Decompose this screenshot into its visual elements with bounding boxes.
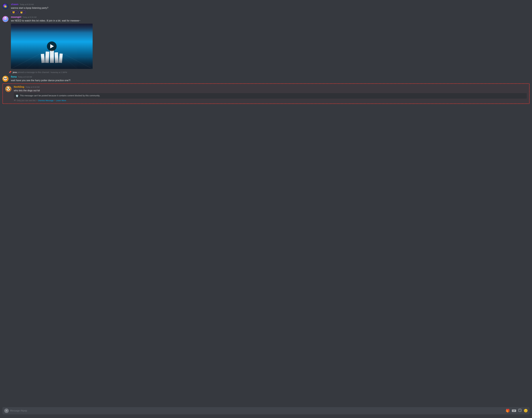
svg-rect-25 — [4, 78, 5, 79]
play-icon — [50, 44, 54, 48]
svg-point-23 — [4, 80, 5, 80]
svg-point-9 — [6, 18, 7, 19]
svg-rect-26 — [6, 78, 7, 79]
timestamp-shawn: Today at 9:18 AM — [20, 3, 34, 6]
reaction-count-cat: 3 — [15, 11, 16, 13]
emoji-icon[interactable]: 😊 — [524, 409, 528, 413]
username-moongirl[interactable]: moongirl — [11, 16, 21, 18]
reactions-shawn: 🐱 3 👑 3 — [11, 11, 530, 14]
message-text-moongirl: we NEED to watch this txt video. ill joi… — [11, 19, 530, 22]
reaction-cat[interactable]: 🐱 3 — [11, 11, 18, 14]
message-group-fiona: fiona Today at 9:18 AM wait have you see… — [0, 75, 532, 83]
message-group-notadog: NotADog Today at 9:18 AM who lets the do… — [2, 83, 530, 104]
blocked-icon: 🛡️ — [16, 94, 19, 97]
message-content-shawn: shawn Today at 9:18 AM wanna start a kpo… — [11, 3, 530, 14]
username-shawn[interactable]: shawn — [11, 3, 18, 6]
svg-line-13 — [26, 48, 52, 69]
learn-more-link[interactable]: Learn More — [56, 99, 66, 102]
gift-icon[interactable]: 🎁 — [506, 409, 510, 413]
message-text-fiona: wait have you see the harry potter dance… — [11, 79, 530, 82]
message-content-notadog: NotADog Today at 9:18 AM who lets the do… — [14, 86, 527, 102]
add-attachment-button[interactable]: + — [4, 408, 9, 413]
reaction-emoji-cat: 🐱 — [12, 11, 15, 13]
timestamp-notadog: Today at 9:18 AM — [25, 86, 39, 88]
svg-point-34 — [9, 88, 9, 89]
avatar-notadog — [5, 86, 11, 92]
dot-2: • — [54, 99, 55, 102]
avatar-moongirl — [2, 16, 9, 22]
message-group-shawn: 🌟 shawn Today at 9:18 AM wanna start a k… — [0, 2, 532, 14]
blocked-text: This message can't be posted because it … — [20, 94, 100, 97]
timestamp-moongirl: Today at 9:18 AM — [22, 16, 36, 18]
reaction-count-crown: 3 — [23, 11, 24, 13]
reaction-crown[interactable]: 👑 3 — [19, 11, 26, 14]
svg-point-35 — [8, 88, 8, 89]
avatar-shawn: 🌟 — [2, 3, 9, 9]
message-text-shawn: wanna start a kpop listening party? — [11, 6, 530, 10]
dismiss-message-link[interactable]: Dismiss Message — [38, 99, 54, 102]
message-header-moongirl: moongirl Today at 9:18 AM — [11, 16, 530, 18]
pin-action: pinned a message to this channel. — [18, 71, 50, 73]
message-input-container: + 🎁 GIF 😊 — [0, 406, 532, 418]
video-thumbnail[interactable] — [11, 23, 93, 69]
svg-point-22 — [5, 79, 6, 80]
message-header-shawn: shawn Today at 9:18 AM — [11, 3, 530, 6]
username-notadog[interactable]: NotADog — [14, 86, 24, 88]
pin-notification: 📌 jesu pinned a message to this channel.… — [0, 70, 532, 74]
visibility-notice: 👁 Only you can see this • Dismiss Messag… — [14, 99, 527, 102]
message-input-bar: + 🎁 GIF 😊 — [2, 407, 530, 414]
sticker-icon[interactable] — [518, 409, 521, 413]
pin-icon: 📌 — [9, 71, 12, 74]
play-button[interactable] — [47, 41, 57, 51]
message-group-moongirl: moongirl Today at 9:18 AM we NEED to wat… — [0, 15, 532, 70]
svg-point-24 — [6, 80, 7, 80]
svg-text:🌟: 🌟 — [4, 5, 7, 8]
svg-line-14 — [52, 48, 77, 69]
svg-point-33 — [7, 88, 8, 89]
svg-point-39 — [519, 410, 520, 410]
message-content-fiona: fiona Today at 9:18 AM wait have you see… — [11, 75, 530, 82]
message-header-fiona: fiona Today at 9:18 AM — [11, 75, 530, 78]
message-input[interactable] — [10, 409, 505, 412]
visibility-text: Only you can see this — [17, 99, 36, 102]
gif-button[interactable]: GIF — [512, 409, 516, 412]
chat-container: 🌟 shawn Today at 9:18 AM wanna start a k… — [0, 0, 532, 406]
svg-point-8 — [5, 18, 5, 19]
video-embed[interactable] — [11, 23, 93, 69]
blocked-notice: 🛡️ This message can't be posted because … — [14, 93, 527, 99]
svg-line-12 — [52, 48, 93, 69]
pin-username[interactable]: jesu — [13, 71, 17, 73]
svg-line-11 — [11, 48, 52, 69]
eye-icon: 👁 — [14, 99, 16, 102]
message-header-notadog: NotADog Today at 9:18 AM — [14, 86, 527, 88]
pin-text: jesu pinned a message to this channel. Y… — [13, 71, 67, 73]
svg-point-36 — [9, 88, 9, 89]
dot-1: • — [36, 99, 37, 102]
avatar-fiona — [2, 76, 9, 82]
add-icon: + — [6, 409, 7, 412]
message-text-notadog: who lets the dogs out lol — [14, 89, 527, 92]
pin-timestamp: Yesterday at 2:38PM — [50, 71, 67, 73]
username-fiona[interactable]: fiona — [11, 75, 17, 78]
reaction-emoji-crown: 👑 — [20, 11, 23, 13]
svg-point-37 — [8, 89, 9, 90]
message-content-moongirl: moongirl Today at 9:18 AM we NEED to wat… — [11, 16, 530, 69]
svg-point-10 — [5, 19, 6, 20]
timestamp-fiona: Today at 9:18 AM — [18, 76, 32, 78]
input-icons: 🎁 GIF 😊 — [506, 409, 528, 413]
